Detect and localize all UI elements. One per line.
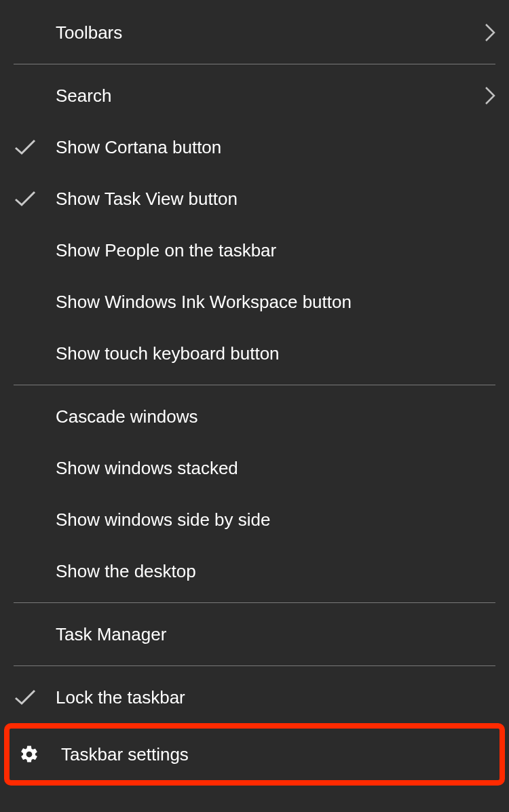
menu-item-label: Show People on the taskbar (56, 240, 495, 261)
menu-item-stacked[interactable]: Show windows stacked (0, 442, 509, 494)
menu-item-label: Toolbars (56, 22, 475, 43)
menu-item-label: Show Task View button (56, 189, 495, 210)
menu-item-label: Lock the taskbar (56, 687, 495, 708)
menu-item-cascade[interactable]: Cascade windows (0, 391, 509, 442)
menu-item-label: Search (56, 85, 475, 107)
menu-item-show-touch-keyboard[interactable]: Show touch keyboard button (0, 328, 509, 379)
taskbar-context-menu: Toolbars Search Show Cortana button Show… (0, 0, 509, 786)
menu-item-label: Show Windows Ink Workspace button (56, 292, 495, 313)
menu-item-label: Show touch keyboard button (56, 343, 495, 364)
check-icon (14, 138, 56, 156)
chevron-right-icon (475, 23, 495, 42)
menu-item-show-cortana[interactable]: Show Cortana button (0, 121, 509, 173)
menu-item-lock-taskbar[interactable]: Lock the taskbar (0, 672, 509, 723)
menu-item-show-ink[interactable]: Show Windows Ink Workspace button (0, 276, 509, 328)
highlight-annotation: Taskbar settings (4, 723, 505, 786)
gear-icon (19, 744, 61, 765)
menu-item-show-desktop[interactable]: Show the desktop (0, 545, 509, 597)
menu-item-search[interactable]: Search (0, 70, 509, 121)
menu-separator (14, 64, 495, 64)
menu-item-show-task-view[interactable]: Show Task View button (0, 173, 509, 225)
menu-item-label: Cascade windows (56, 406, 495, 427)
menu-item-task-manager[interactable]: Task Manager (0, 608, 509, 660)
menu-item-label: Show windows stacked (56, 458, 495, 479)
check-icon (14, 190, 56, 208)
menu-item-show-people[interactable]: Show People on the taskbar (0, 225, 509, 276)
menu-item-label: Show windows side by side (56, 509, 495, 530)
menu-item-label: Show the desktop (56, 561, 495, 582)
menu-item-label: Task Manager (56, 624, 495, 645)
menu-item-taskbar-settings[interactable]: Taskbar settings (10, 729, 499, 780)
menu-item-label: Show Cortana button (56, 137, 495, 158)
menu-item-side-by-side[interactable]: Show windows side by side (0, 494, 509, 545)
check-icon (14, 689, 56, 706)
menu-separator (14, 665, 495, 666)
menu-separator (14, 385, 495, 385)
menu-item-toolbars[interactable]: Toolbars (0, 7, 509, 58)
chevron-right-icon (475, 86, 495, 105)
menu-separator (14, 602, 495, 603)
menu-item-label: Taskbar settings (61, 744, 486, 765)
